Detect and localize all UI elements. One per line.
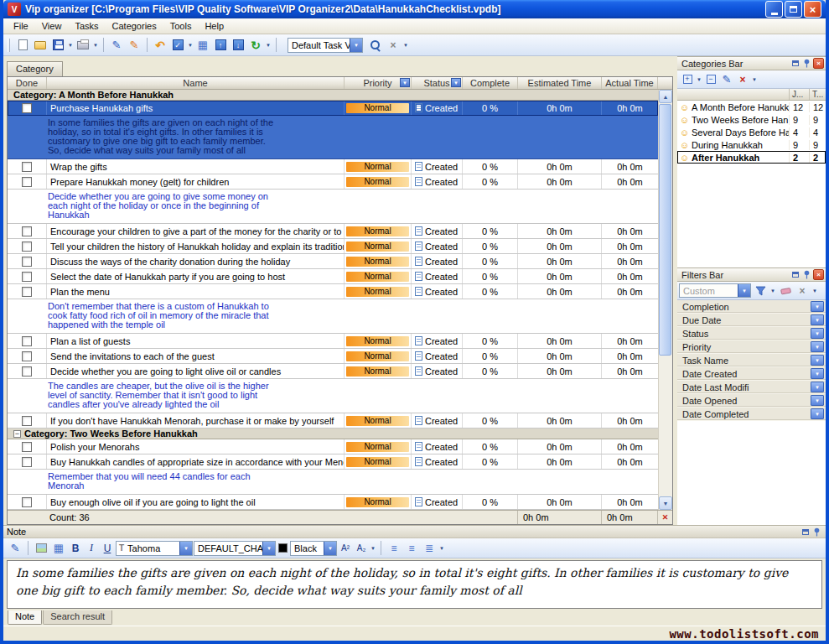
bullet-list-button[interactable]: ≣	[421, 540, 438, 557]
remove-filter-arrow[interactable]: ▼	[811, 288, 818, 293]
new-subcategory-button[interactable]: −	[703, 72, 718, 87]
done-checkbox[interactable]	[22, 226, 32, 236]
chevron-down-icon[interactable]: ▼	[350, 39, 362, 52]
task-row[interactable]: Buy enough olive oil if you are going to…	[8, 495, 658, 510]
task-row[interactable]: Polish your MenorahsNormalCreated0 %0h 0…	[8, 439, 658, 454]
sync-menu-arrow[interactable]: ▼	[265, 43, 272, 48]
italic-button[interactable]: I	[84, 541, 99, 556]
category-group-header[interactable]: −Category: Two Weeks Before Hanukkah	[8, 428, 658, 439]
tab-note[interactable]: Note	[8, 610, 42, 625]
category-item[interactable]: ☺A Month Before Hanukk1212	[677, 101, 826, 113]
filter-dropdown-button[interactable]: ▼	[811, 301, 824, 312]
menu-item-tools[interactable]: Tools	[163, 19, 199, 33]
toolbar-grip[interactable]	[8, 39, 10, 52]
task-row[interactable]: Send the invitations to each of the gues…	[8, 349, 658, 364]
complete-menu-arrow[interactable]: ▼	[187, 43, 194, 48]
filter-dropdown-button[interactable]: ▼	[811, 328, 824, 339]
column-header-status[interactable]: Status▼	[412, 77, 463, 89]
task-row[interactable]: Decide whether you are going to light ol…	[8, 364, 658, 379]
task-row[interactable]: If you don't have Hanukkah Menorah, purc…	[8, 413, 658, 428]
done-checkbox[interactable]	[22, 457, 32, 467]
category-item[interactable]: ☺After Hanukkah22	[677, 151, 826, 164]
panel-collapse-icon[interactable]	[800, 527, 811, 538]
insert-table-button[interactable]: ▦	[50, 540, 67, 557]
task-row[interactable]: Plan the menuNormalCreated0 %0h 0m0h 0m	[8, 284, 658, 299]
done-checkbox[interactable]	[22, 242, 32, 252]
move-down-button[interactable]: ↓	[230, 37, 246, 54]
clear-filter-button[interactable]	[778, 283, 793, 299]
column-header-done[interactable]: Done	[8, 77, 47, 89]
menu-item-categories[interactable]: Categories	[106, 19, 163, 33]
format-menu-arrow[interactable]: ▼	[370, 546, 376, 551]
tree-column-tasks[interactable]: T...	[809, 89, 826, 100]
scroll-up-button[interactable]: ▲	[659, 90, 672, 103]
task-row[interactable]: Prepare Hanukkah money (gelt) for childr…	[8, 174, 658, 190]
column-header-complete[interactable]: Complete	[463, 77, 518, 89]
note-editor[interactable]: In some families the gifts are given on …	[7, 560, 822, 609]
edit-task-button[interactable]: ✎	[108, 37, 125, 54]
done-checkbox[interactable]	[22, 257, 32, 267]
scroll-thumb[interactable]	[659, 104, 671, 356]
menu-item-view[interactable]: View	[35, 19, 69, 33]
chevron-down-icon[interactable]: ▼	[262, 542, 275, 555]
panel-pin-icon[interactable]	[811, 527, 822, 538]
save-button[interactable]	[49, 37, 66, 54]
filter-menu-arrow[interactable]: ▼	[769, 288, 776, 293]
panel-pin-icon[interactable]	[801, 269, 812, 280]
panel-collapse-icon[interactable]	[790, 269, 801, 280]
bold-button[interactable]: B	[68, 541, 83, 556]
tree-column-jobs[interactable]: J...	[789, 89, 809, 100]
done-checkbox[interactable]	[22, 336, 32, 346]
maximize-button[interactable]	[785, 1, 802, 18]
find-button[interactable]	[367, 37, 384, 54]
category-more-arrow[interactable]: ▼	[751, 77, 758, 82]
font-select[interactable]: T Tahoma ▼	[116, 541, 193, 556]
tab-search-result[interactable]: Search result	[43, 610, 112, 625]
filter-dropdown-button[interactable]: ▼	[811, 355, 824, 366]
column-header-estimated-time[interactable]: Estimated Time	[518, 77, 602, 89]
done-checkbox[interactable]	[22, 442, 32, 452]
print-button[interactable]	[75, 37, 91, 54]
edit-category-button[interactable]: ✎	[719, 72, 734, 87]
list-menu-arrow[interactable]: ▼	[438, 546, 445, 551]
done-checkbox[interactable]	[22, 272, 32, 282]
chevron-down-icon[interactable]: ▼	[324, 542, 336, 555]
new-category-button[interactable]: +	[680, 72, 695, 87]
subscript-button[interactable]: A₂	[354, 541, 369, 556]
filter-dropdown-button[interactable]: ▼	[811, 382, 824, 392]
chevron-down-icon[interactable]: ▼	[179, 542, 192, 555]
edit-note-button[interactable]: ✎	[126, 37, 142, 54]
tab-category[interactable]: Category	[7, 61, 63, 76]
panel-close-icon[interactable]: ×	[813, 58, 824, 69]
edit-note-button[interactable]: ✎	[7, 540, 23, 557]
complete-task-button[interactable]: ✓	[169, 37, 186, 54]
filter-preset-select[interactable]: Custom ▼	[679, 283, 751, 298]
print-menu-arrow[interactable]: ▼	[92, 43, 99, 48]
panel-collapse-icon[interactable]	[790, 58, 801, 69]
align-left-button[interactable]: ≡	[386, 540, 402, 557]
category-group-header[interactable]: Category: A Month Before Hanukkah	[8, 90, 658, 101]
done-checkbox[interactable]	[22, 177, 32, 187]
menu-item-tasks[interactable]: Tasks	[68, 19, 105, 33]
column-header-actual-time[interactable]: Actual Time	[602, 77, 658, 89]
scroll-track[interactable]	[659, 103, 672, 496]
chevron-down-icon[interactable]: ▼	[738, 284, 750, 297]
done-checkbox[interactable]	[22, 351, 32, 361]
minimize-button[interactable]	[765, 1, 783, 18]
task-row[interactable]: Tell your children the history of Hanukk…	[8, 239, 658, 254]
edit-filter-button[interactable]	[753, 283, 768, 299]
task-row[interactable]: Purchase Hanukkah giftsNormalCreated0 %0…	[8, 101, 658, 116]
task-row[interactable]: Discuss the ways of the charity donation…	[8, 254, 658, 269]
filter-dropdown-button[interactable]: ▼	[811, 368, 824, 379]
menu-item-file[interactable]: File	[7, 19, 35, 33]
column-filter-button[interactable]: ▼	[451, 78, 461, 87]
grid-close-button[interactable]: ✕	[658, 511, 672, 524]
more-tools-arrow[interactable]: ▼	[402, 43, 409, 48]
move-up-button[interactable]: ↑	[212, 37, 229, 54]
vertical-scrollbar[interactable]: ▲ ▼	[658, 90, 672, 510]
task-row[interactable]: Plan a list of guestsNormalCreated0 %0h …	[8, 334, 658, 349]
filter-dropdown-button[interactable]: ▼	[811, 408, 824, 419]
style-select[interactable]: DEFAULT_CHAR ▼	[194, 541, 276, 556]
save-menu-arrow[interactable]: ▼	[67, 43, 74, 48]
category-item[interactable]: ☺During Hanukkah99	[677, 138, 826, 151]
